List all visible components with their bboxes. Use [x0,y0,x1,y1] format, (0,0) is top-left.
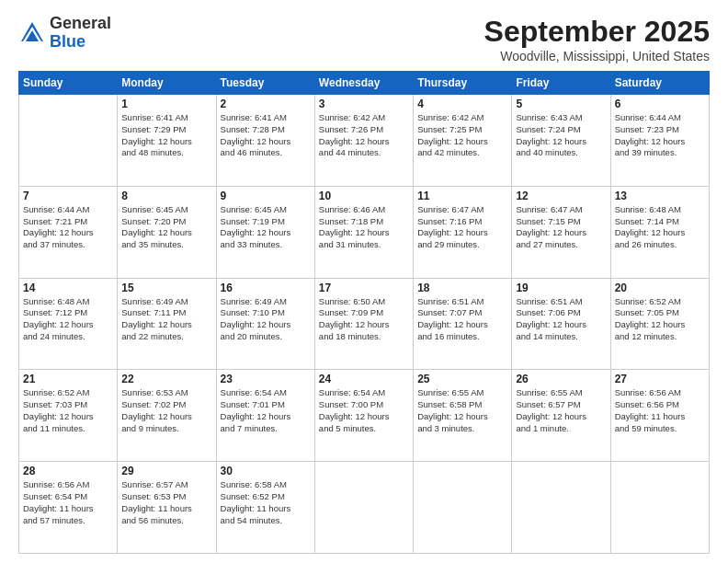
day-info: Sunrise: 6:52 AM Sunset: 7:05 PM Dayligh… [615,296,705,343]
table-row: 16Sunrise: 6:49 AM Sunset: 7:10 PM Dayli… [216,278,314,370]
day-info: Sunrise: 6:49 AM Sunset: 7:10 PM Dayligh… [221,296,311,343]
table-row: 27Sunrise: 6:56 AM Sunset: 6:56 PM Dayli… [610,370,709,462]
table-row [314,462,413,554]
table-row: 4Sunrise: 6:42 AM Sunset: 7:25 PM Daylig… [414,95,512,187]
day-number: 27 [615,373,705,385]
col-tuesday: Tuesday [216,72,314,95]
table-row: 20Sunrise: 6:52 AM Sunset: 7:05 PM Dayli… [610,278,709,370]
day-info: Sunrise: 6:47 AM Sunset: 7:15 PM Dayligh… [516,204,606,251]
logo-blue-text: Blue [50,33,111,52]
day-info: Sunrise: 6:56 AM Sunset: 6:54 PM Dayligh… [23,479,113,526]
day-number: 19 [516,282,606,294]
location: Woodville, Mississippi, United States [484,49,710,63]
title-block: September 2025 Woodville, Mississippi, U… [484,15,710,63]
table-row: 11Sunrise: 6:47 AM Sunset: 7:16 PM Dayli… [414,186,512,278]
table-row: 6Sunrise: 6:44 AM Sunset: 7:23 PM Daylig… [610,95,709,187]
day-info: Sunrise: 6:42 AM Sunset: 7:25 PM Dayligh… [417,112,507,159]
day-number: 5 [516,98,606,110]
day-info: Sunrise: 6:56 AM Sunset: 6:56 PM Dayligh… [615,387,705,434]
day-number: 24 [319,373,409,385]
day-number: 4 [417,98,507,110]
day-info: Sunrise: 6:44 AM Sunset: 7:21 PM Dayligh… [23,204,113,251]
table-row: 19Sunrise: 6:51 AM Sunset: 7:06 PM Dayli… [512,278,610,370]
table-row: 8Sunrise: 6:45 AM Sunset: 7:20 PM Daylig… [118,186,216,278]
table-row: 22Sunrise: 6:53 AM Sunset: 7:02 PM Dayli… [118,370,216,462]
calendar-week-row: 21Sunrise: 6:52 AM Sunset: 7:03 PM Dayli… [19,370,710,462]
calendar-week-row: 1Sunrise: 6:41 AM Sunset: 7:29 PM Daylig… [19,95,710,187]
day-number: 23 [221,373,311,385]
header: General Blue September 2025 Woodville, M… [18,15,710,63]
month-title: September 2025 [484,15,710,49]
col-thursday: Thursday [414,72,512,95]
day-info: Sunrise: 6:54 AM Sunset: 7:00 PM Dayligh… [319,387,409,434]
day-info: Sunrise: 6:55 AM Sunset: 6:57 PM Dayligh… [516,387,606,434]
table-row: 9Sunrise: 6:45 AM Sunset: 7:19 PM Daylig… [216,186,314,278]
day-number: 28 [23,465,113,477]
logo-icon [18,19,46,47]
col-wednesday: Wednesday [314,72,413,95]
day-info: Sunrise: 6:54 AM Sunset: 7:01 PM Dayligh… [221,387,311,434]
day-info: Sunrise: 6:45 AM Sunset: 7:19 PM Dayligh… [221,204,311,251]
table-row [512,462,610,554]
table-row: 10Sunrise: 6:46 AM Sunset: 7:18 PM Dayli… [314,186,413,278]
table-row [610,462,709,554]
col-friday: Friday [512,72,610,95]
table-row: 26Sunrise: 6:55 AM Sunset: 6:57 PM Dayli… [512,370,610,462]
day-number: 9 [221,190,311,202]
page: General Blue September 2025 Woodville, M… [0,0,728,563]
day-info: Sunrise: 6:46 AM Sunset: 7:18 PM Dayligh… [319,204,409,251]
day-info: Sunrise: 6:48 AM Sunset: 7:12 PM Dayligh… [23,296,113,343]
table-row: 13Sunrise: 6:48 AM Sunset: 7:14 PM Dayli… [610,186,709,278]
day-info: Sunrise: 6:43 AM Sunset: 7:24 PM Dayligh… [516,112,606,159]
calendar-header-row: Sunday Monday Tuesday Wednesday Thursday… [19,72,710,95]
table-row: 28Sunrise: 6:56 AM Sunset: 6:54 PM Dayli… [19,462,118,554]
logo-general-text: General [50,15,111,33]
day-number: 21 [23,373,113,385]
table-row: 2Sunrise: 6:41 AM Sunset: 7:28 PM Daylig… [216,95,314,187]
day-number: 25 [417,373,507,385]
day-info: Sunrise: 6:58 AM Sunset: 6:52 PM Dayligh… [221,479,311,526]
table-row: 29Sunrise: 6:57 AM Sunset: 6:53 PM Dayli… [118,462,216,554]
day-info: Sunrise: 6:50 AM Sunset: 7:09 PM Dayligh… [319,296,409,343]
day-number: 26 [516,373,606,385]
day-number: 6 [615,98,705,110]
day-number: 8 [121,190,211,202]
logo: General Blue [18,15,111,52]
day-info: Sunrise: 6:47 AM Sunset: 7:16 PM Dayligh… [417,204,507,251]
table-row: 1Sunrise: 6:41 AM Sunset: 7:29 PM Daylig… [118,95,216,187]
calendar-week-row: 14Sunrise: 6:48 AM Sunset: 7:12 PM Dayli… [19,278,710,370]
table-row: 17Sunrise: 6:50 AM Sunset: 7:09 PM Dayli… [314,278,413,370]
table-row: 12Sunrise: 6:47 AM Sunset: 7:15 PM Dayli… [512,186,610,278]
day-info: Sunrise: 6:45 AM Sunset: 7:20 PM Dayligh… [121,204,211,251]
table-row: 7Sunrise: 6:44 AM Sunset: 7:21 PM Daylig… [19,186,118,278]
table-row: 30Sunrise: 6:58 AM Sunset: 6:52 PM Dayli… [216,462,314,554]
day-number: 22 [121,373,211,385]
day-number: 18 [417,282,507,294]
day-info: Sunrise: 6:55 AM Sunset: 6:58 PM Dayligh… [417,387,507,434]
day-info: Sunrise: 6:48 AM Sunset: 7:14 PM Dayligh… [615,204,705,251]
day-number: 30 [221,465,311,477]
day-info: Sunrise: 6:41 AM Sunset: 7:29 PM Dayligh… [121,112,211,159]
calendar-week-row: 28Sunrise: 6:56 AM Sunset: 6:54 PM Dayli… [19,462,710,554]
day-number: 15 [121,282,211,294]
table-row: 21Sunrise: 6:52 AM Sunset: 7:03 PM Dayli… [19,370,118,462]
table-row [19,95,118,187]
day-info: Sunrise: 6:51 AM Sunset: 7:07 PM Dayligh… [417,296,507,343]
calendar-week-row: 7Sunrise: 6:44 AM Sunset: 7:21 PM Daylig… [19,186,710,278]
day-number: 13 [615,190,705,202]
day-info: Sunrise: 6:44 AM Sunset: 7:23 PM Dayligh… [615,112,705,159]
col-monday: Monday [118,72,216,95]
day-info: Sunrise: 6:52 AM Sunset: 7:03 PM Dayligh… [23,387,113,434]
table-row: 15Sunrise: 6:49 AM Sunset: 7:11 PM Dayli… [118,278,216,370]
day-number: 3 [319,98,409,110]
day-number: 1 [121,98,211,110]
day-info: Sunrise: 6:57 AM Sunset: 6:53 PM Dayligh… [121,479,211,526]
day-number: 29 [121,465,211,477]
table-row [414,462,512,554]
day-info: Sunrise: 6:49 AM Sunset: 7:11 PM Dayligh… [121,296,211,343]
table-row: 5Sunrise: 6:43 AM Sunset: 7:24 PM Daylig… [512,95,610,187]
day-info: Sunrise: 6:42 AM Sunset: 7:26 PM Dayligh… [319,112,409,159]
table-row: 25Sunrise: 6:55 AM Sunset: 6:58 PM Dayli… [414,370,512,462]
calendar-table: Sunday Monday Tuesday Wednesday Thursday… [18,71,710,554]
day-info: Sunrise: 6:41 AM Sunset: 7:28 PM Dayligh… [221,112,311,159]
